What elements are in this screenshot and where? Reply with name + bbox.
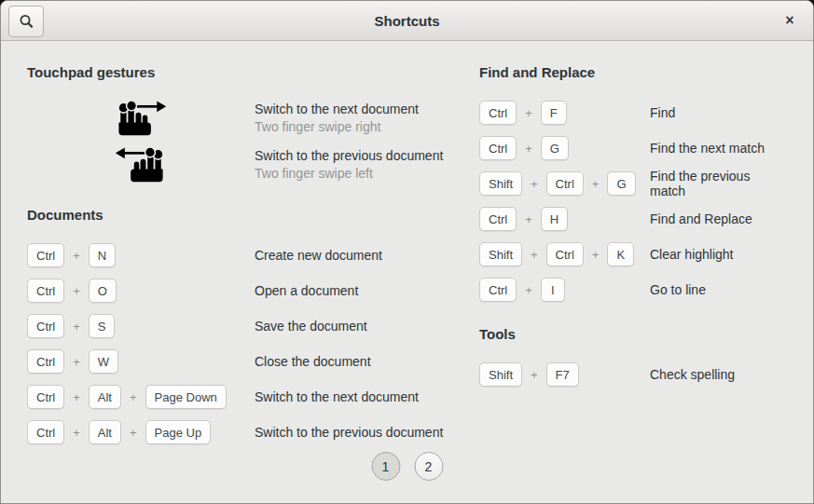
pagination: 12 bbox=[371, 452, 443, 481]
shortcut-description: Find the next match bbox=[650, 141, 787, 156]
shortcut-description: Create new document bbox=[255, 248, 479, 263]
key-combo: Shift+F7 bbox=[479, 362, 650, 387]
plus-separator: + bbox=[73, 249, 80, 263]
keycap-s: S bbox=[89, 314, 116, 338]
keycap-w: W bbox=[89, 349, 118, 374]
keycap-f: F bbox=[541, 101, 567, 125]
section-title: Tools bbox=[479, 324, 787, 345]
shortcut-description: Save the document bbox=[255, 319, 479, 334]
shortcut-row: Shift+Ctrl+GFind the previous match bbox=[479, 166, 787, 201]
section-tools: ToolsShift+F7Check spelling bbox=[479, 324, 787, 392]
shortcut-description: Open a document bbox=[255, 283, 479, 298]
keycap-shift: Shift bbox=[479, 242, 522, 266]
gesture-sublabel: Two finger swipe right bbox=[255, 118, 479, 136]
keycap-alt: Alt bbox=[89, 385, 121, 409]
keycap-ctrl: Ctrl bbox=[27, 420, 64, 444]
shortcut-row: Ctrl+IGo to line bbox=[479, 272, 787, 307]
key-combo: Ctrl+Alt+Page Down bbox=[27, 385, 255, 409]
plus-separator: + bbox=[73, 390, 80, 404]
plus-separator: + bbox=[525, 212, 532, 226]
key-combo: Shift+Ctrl+K bbox=[479, 242, 650, 266]
keycap-ctrl: Ctrl bbox=[27, 385, 64, 409]
shortcut-description: Switch to the previous document bbox=[255, 425, 479, 440]
shortcut-row: Ctrl+WClose the document bbox=[27, 344, 479, 379]
gesture-text: Switch to the next documentTwo finger sw… bbox=[255, 101, 479, 136]
shortcuts-content: Touchpad gestures Switch to the next doc… bbox=[1, 41, 813, 503]
keycap-ctrl: Ctrl bbox=[546, 242, 584, 266]
search-button[interactable] bbox=[8, 6, 44, 37]
keycap-alt: Alt bbox=[89, 420, 121, 444]
gesture-label: Switch to the previous document bbox=[255, 147, 479, 165]
close-icon: × bbox=[785, 12, 793, 29]
section-find-and-replace: Find and ReplaceCtrl+FFindCtrl+GFind the… bbox=[479, 62, 787, 307]
plus-separator: + bbox=[525, 142, 532, 156]
shortcut-description: Switch to the next document bbox=[255, 389, 479, 404]
shortcut-row: Ctrl+Alt+Page DownSwitch to the next doc… bbox=[27, 379, 479, 415]
close-button[interactable]: × bbox=[778, 1, 802, 40]
plus-separator: + bbox=[73, 284, 80, 298]
shortcut-row: Ctrl+GFind the next match bbox=[479, 130, 787, 166]
plus-separator: + bbox=[592, 248, 600, 262]
titlebar: Shortcuts × bbox=[1, 1, 813, 41]
key-combo: Ctrl+N bbox=[27, 243, 255, 267]
search-icon bbox=[18, 13, 34, 30]
shortcut-row: Shift+F7Check spelling bbox=[479, 357, 787, 392]
shortcut-description: Check spelling bbox=[650, 367, 787, 382]
section-title: Find and Replace bbox=[479, 62, 787, 83]
shortcut-row: Shift+Ctrl+KClear highlight bbox=[479, 237, 787, 272]
plus-separator: + bbox=[525, 283, 532, 297]
shortcut-row: Ctrl+OOpen a document bbox=[27, 273, 479, 308]
keycap-g: G bbox=[541, 136, 569, 160]
right-column: Find and ReplaceCtrl+FFindCtrl+GFind the… bbox=[479, 62, 787, 409]
shortcut-row: Ctrl+HFind and Replace bbox=[479, 201, 787, 237]
section-title: Documents bbox=[27, 205, 479, 225]
two-finger-swipe-right-icon bbox=[27, 100, 255, 137]
left-column: Touchpad gestures Switch to the next doc… bbox=[27, 62, 479, 467]
gesture-row: Switch to the previous documentTwo finge… bbox=[27, 142, 479, 188]
keycap-ctrl: Ctrl bbox=[27, 279, 64, 303]
plus-separator: + bbox=[531, 248, 538, 262]
plus-separator: + bbox=[525, 106, 532, 120]
section-touchpad-gestures: Touchpad gestures Switch to the next doc… bbox=[27, 62, 479, 188]
key-combo: Ctrl+G bbox=[479, 136, 650, 160]
keycap-ctrl: Ctrl bbox=[479, 278, 517, 302]
keycap-f7: F7 bbox=[546, 362, 579, 387]
shortcut-description: Find the previous match bbox=[650, 169, 787, 198]
plus-separator: + bbox=[130, 390, 137, 404]
keycap-h: H bbox=[541, 207, 568, 231]
keycap-ctrl: Ctrl bbox=[27, 349, 64, 374]
key-combo: Shift+Ctrl+G bbox=[479, 171, 650, 196]
keycap-i: I bbox=[541, 278, 565, 302]
keycap-g: G bbox=[607, 171, 635, 196]
plus-separator: + bbox=[531, 177, 538, 191]
shortcut-row: Ctrl+FFind bbox=[479, 95, 787, 130]
keycap-k: K bbox=[607, 242, 634, 266]
keycap-ctrl: Ctrl bbox=[479, 101, 517, 125]
page-button-1[interactable]: 1 bbox=[371, 452, 400, 481]
keycap-ctrl: Ctrl bbox=[27, 243, 64, 267]
plus-separator: + bbox=[531, 368, 538, 382]
shortcut-description: Find bbox=[650, 105, 787, 120]
shortcut-description: Close the document bbox=[255, 354, 479, 369]
keycap-page-up: Page Up bbox=[145, 420, 212, 444]
page-button-2[interactable]: 2 bbox=[414, 452, 443, 481]
shortcut-description: Find and Replace bbox=[650, 211, 787, 226]
key-combo: Ctrl+H bbox=[479, 207, 650, 231]
keycap-shift: Shift bbox=[479, 362, 522, 387]
plus-separator: + bbox=[73, 426, 80, 440]
key-combo: Ctrl+W bbox=[27, 349, 255, 374]
key-combo: Ctrl+Alt+Page Up bbox=[27, 420, 255, 444]
shortcut-row: Ctrl+Alt+Page UpSwitch to the previous d… bbox=[27, 415, 479, 450]
two-finger-swipe-left-icon bbox=[27, 146, 255, 184]
plus-separator: + bbox=[73, 320, 80, 334]
shortcut-row: Ctrl+NCreate new document bbox=[27, 238, 479, 273]
key-combo: Ctrl+F bbox=[479, 101, 650, 125]
shortcut-description: Go to line bbox=[650, 282, 787, 297]
keycap-ctrl: Ctrl bbox=[546, 171, 584, 196]
plus-separator: + bbox=[73, 355, 80, 369]
plus-separator: + bbox=[592, 177, 600, 191]
window-title: Shortcuts bbox=[1, 13, 813, 29]
keycap-page-down: Page Down bbox=[145, 385, 227, 409]
keycap-ctrl: Ctrl bbox=[479, 207, 517, 231]
keycap-o: O bbox=[89, 279, 117, 303]
